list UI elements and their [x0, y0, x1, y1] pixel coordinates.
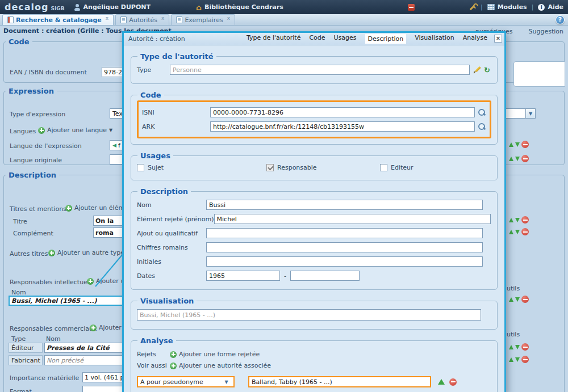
remove-icon[interactable] [449, 378, 457, 386]
move-up-icon[interactable] [509, 157, 513, 161]
app-logo: decalog SIGB [5, 2, 65, 12]
tab-bar: Recherche & catalogage x Autorités x Exe… [0, 14, 568, 26]
logo-suffix: SIGB [51, 6, 65, 11]
editeur-checkbox[interactable] [380, 164, 387, 171]
modules-label: Modules [498, 3, 527, 11]
bg-code-title: Code [6, 37, 32, 46]
search-icon[interactable] [478, 123, 486, 130]
remove-icon[interactable] [521, 216, 529, 224]
code-section: Code ISNI ARK [131, 91, 498, 145]
analyse-title: Analyse [137, 336, 176, 345]
nav-visualisation[interactable]: Visualisation [415, 34, 454, 44]
row-actions [509, 356, 529, 363]
cut-label-suggestion[interactable]: Suggestion [529, 28, 564, 35]
user-name: Angélique DUPONT [83, 3, 151, 11]
responsable-checkbox[interactable] [266, 164, 274, 171]
dates-separator: - [284, 272, 286, 280]
type-input[interactable] [170, 65, 470, 75]
move-up-icon[interactable] [438, 379, 445, 385]
remove-icon[interactable] [521, 228, 529, 235]
move-up-icon[interactable] [509, 345, 513, 349]
add-icon [65, 205, 72, 212]
voir-aussi-label: Voir aussi [137, 362, 170, 369]
move-down-icon[interactable] [515, 345, 520, 349]
remove-icon[interactable] [521, 141, 529, 148]
remove-icon[interactable] [521, 356, 529, 363]
nav-type-autorite[interactable]: Type de l'autorité [247, 34, 301, 44]
move-down-icon[interactable] [515, 230, 520, 234]
langue-expression-label: Langue de l'expression [10, 142, 82, 150]
add-icon [170, 363, 177, 369]
relation-type-select[interactable]: A pour pseudonyme ▼ [137, 376, 235, 387]
move-up-icon[interactable] [509, 218, 513, 222]
chevron-down-icon[interactable]: ▼ [525, 109, 535, 118]
refresh-icon[interactable]: ↻ [484, 66, 490, 74]
isni-input[interactable] [210, 107, 475, 117]
nom-input[interactable] [206, 200, 483, 210]
responsable-intellectuel-input[interactable] [9, 296, 124, 306]
current-user[interactable]: Angélique DUPONT [74, 3, 151, 11]
catalog-tab-icon [7, 16, 14, 23]
back-arrow-icon: ◀ [112, 142, 116, 148]
move-down-icon[interactable] [515, 297, 520, 302]
add-language-button[interactable]: Ajouter une langue ▼ [38, 127, 112, 134]
add-autorite-associee-button[interactable]: Ajouter une autorité associée [170, 362, 271, 369]
visualisation-title: Visualisation [137, 297, 197, 305]
resp-com-nom-input[interactable] [44, 343, 131, 353]
tab-close-icon[interactable]: x [161, 15, 164, 22]
date-start-input[interactable] [206, 271, 280, 281]
responsable-label: Responsable [277, 164, 317, 171]
add-forme-rejetee-label: Ajouter une forme rejetée [179, 351, 260, 358]
ajout-qualificatif-input[interactable] [206, 228, 483, 238]
aide-button[interactable]: i Aide [538, 3, 563, 11]
date-end-input[interactable] [290, 271, 360, 281]
nav-usages[interactable]: Usages [334, 34, 357, 44]
alert-icon[interactable] [408, 4, 415, 11]
remove-icon[interactable] [521, 296, 529, 303]
move-down-icon[interactable] [515, 218, 520, 222]
app-window: decalog SIGB Angélique DUPONT ⌂ Biblioth… [0, 0, 568, 392]
add-icon [90, 324, 97, 331]
move-down-icon[interactable] [515, 157, 520, 161]
modal-section-nav: Type de l'autorité Code Usages Descripti… [247, 34, 487, 44]
move-up-icon[interactable] [509, 142, 513, 147]
current-library[interactable]: ⌂ Bibliothèque Cendrars [196, 3, 283, 11]
close-icon[interactable]: × [494, 35, 502, 43]
complement-label: Complément [13, 230, 53, 237]
move-up-icon[interactable] [509, 230, 513, 234]
search-icon[interactable] [478, 108, 486, 116]
move-down-icon[interactable] [515, 142, 520, 147]
tools-wrench-icon[interactable] [468, 3, 476, 11]
visualisation-input[interactable] [137, 309, 481, 321]
initiales-input[interactable] [206, 256, 483, 267]
tab-exemplaires[interactable]: Exemplaires x [171, 14, 235, 25]
resp-com-nom-input[interactable] [44, 355, 131, 365]
move-down-icon[interactable] [515, 357, 520, 362]
ark-input[interactable] [210, 121, 475, 132]
tab-label: Recherche & catalogage [16, 16, 102, 24]
edit-pencil-icon[interactable] [473, 66, 482, 74]
tab-autorites[interactable]: Autorités x [115, 14, 169, 25]
element-rejete-input[interactable] [214, 214, 491, 224]
code-title: Code [137, 91, 164, 99]
chiffres-romains-input[interactable] [206, 242, 483, 252]
tab-close-icon[interactable]: x [106, 15, 108, 22]
modules-button[interactable]: Modules [487, 3, 527, 11]
add-forme-rejetee-button[interactable]: Ajouter une forme rejetée [170, 351, 260, 358]
relation-target-input[interactable] [248, 376, 431, 387]
nav-analyse[interactable]: Analyse [463, 34, 487, 44]
remove-icon[interactable] [521, 155, 529, 162]
sujet-checkbox[interactable] [137, 164, 144, 171]
resp-com-type-cell: Fabricant [9, 355, 43, 365]
nav-code[interactable]: Code [309, 34, 325, 44]
nav-description[interactable]: Description [365, 34, 407, 44]
titres-mentions-label: Titres et mentions [10, 205, 66, 213]
tab-close-icon[interactable]: x [227, 15, 230, 22]
move-up-icon[interactable] [509, 357, 513, 362]
initiales-label: Initiales [137, 258, 206, 265]
help-button[interactable]: ? [556, 15, 565, 24]
move-up-icon[interactable] [509, 297, 513, 302]
remove-icon[interactable] [521, 343, 529, 351]
logo-text: decalog [5, 2, 49, 12]
tab-recherche-catalogage[interactable]: Recherche & catalogage x [2, 14, 114, 25]
